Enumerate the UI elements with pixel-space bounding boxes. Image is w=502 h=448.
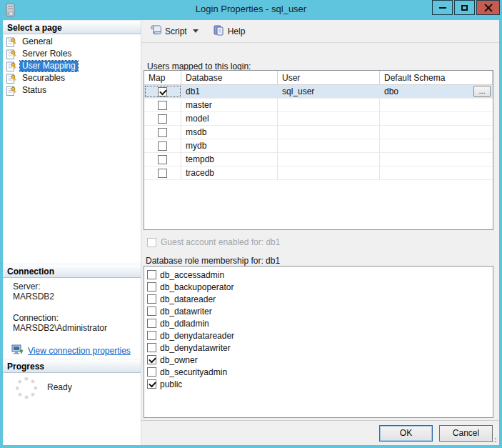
database-cell[interactable]: msdb	[181, 126, 278, 139]
role-item-db-datawriter[interactable]: db_datawriter	[144, 305, 493, 317]
role-label: db_datareader	[160, 294, 216, 304]
default-schema-cell[interactable]	[380, 126, 493, 139]
progress-spinner-icon	[16, 377, 37, 399]
user-cell[interactable]	[278, 99, 380, 111]
content-panel: Script Help Use	[141, 20, 499, 445]
sidebar-item-securables[interactable]: Securables	[3, 72, 141, 84]
role-checkbox[interactable]	[147, 355, 156, 364]
view-connection-properties-link[interactable]: View connection properties	[28, 346, 131, 356]
window-title: Login Properties - sql_user	[0, 0, 502, 20]
close-button[interactable]	[476, 0, 500, 15]
column-header-user[interactable]: User	[278, 71, 380, 84]
table-row-mydb[interactable]: mydb	[144, 139, 493, 153]
script-button[interactable]: Script	[146, 22, 202, 40]
ok-button[interactable]: OK	[379, 425, 433, 442]
table-row-model[interactable]: model	[144, 112, 493, 126]
role-checkbox[interactable]	[147, 379, 156, 389]
user-mapping-table: Map Database User Default Schema db1sql_…	[144, 70, 493, 230]
role-checkbox[interactable]	[147, 307, 156, 316]
role-item-db-backupoperator[interactable]: db_backupoperator	[144, 281, 493, 293]
role-item-db-denydatawriter[interactable]: db_denydatawriter	[144, 342, 493, 354]
map-cell	[144, 126, 181, 139]
role-item-db-denydatareader[interactable]: db_denydatareader	[144, 329, 493, 342]
help-button-label: Help	[228, 26, 246, 36]
sidebar-item-server-roles[interactable]: Server Roles	[3, 48, 141, 60]
progress-status: Ready	[47, 382, 72, 392]
database-cell[interactable]: model	[181, 112, 278, 125]
sidebar-item-status[interactable]: Status	[3, 84, 141, 96]
user-cell[interactable]	[278, 126, 380, 139]
table-row-tracedb[interactable]: tracedb	[144, 166, 493, 180]
table-row-db1[interactable]: db1sql_userdbo...	[144, 85, 493, 99]
map-cell	[144, 85, 181, 98]
sidebar-item-user-mapping[interactable]: User Mapping	[3, 60, 141, 72]
role-checkbox[interactable]	[147, 367, 156, 377]
script-dropdown-icon[interactable]	[193, 29, 199, 33]
sidebar-item-label: Securables	[20, 73, 67, 84]
role-item-db-accessadmin[interactable]: db_accessadmin	[144, 269, 493, 281]
page-key-icon	[6, 36, 17, 48]
column-header-map[interactable]: Map	[144, 71, 181, 84]
cancel-button[interactable]: Cancel	[439, 425, 493, 442]
role-label: db_accessadmin	[160, 270, 224, 280]
map-checkbox[interactable]	[158, 128, 167, 137]
map-cell	[144, 139, 181, 152]
role-checkbox[interactable]	[147, 319, 156, 328]
sidebar: Select a page GeneralServer RolesUser Ma…	[3, 20, 141, 445]
resize-grip[interactable]	[489, 435, 498, 444]
default-schema-cell[interactable]: dbo...	[380, 85, 493, 98]
role-checkbox[interactable]	[147, 294, 156, 304]
role-checkbox[interactable]	[147, 343, 156, 352]
help-button[interactable]: Help	[209, 22, 249, 41]
database-cell[interactable]: tempdb	[181, 153, 278, 166]
column-header-default-schema[interactable]: Default Schema	[380, 71, 493, 84]
role-membership-label: Database role membership for: db1	[146, 256, 280, 266]
server-value: MARSDB2	[13, 292, 138, 302]
role-checkbox[interactable]	[147, 282, 156, 292]
map-checkbox[interactable]	[158, 87, 167, 96]
table-row-msdb[interactable]: msdb	[144, 126, 493, 139]
sidebar-item-label: Status	[20, 85, 49, 96]
browse-schema-button[interactable]: ...	[473, 86, 491, 97]
database-cell[interactable]: master	[181, 99, 278, 111]
map-checkbox[interactable]	[158, 114, 167, 124]
default-schema-cell[interactable]	[380, 99, 493, 111]
default-schema-cell[interactable]	[380, 166, 493, 179]
progress-header: Progress	[3, 359, 141, 373]
map-checkbox[interactable]	[158, 155, 167, 164]
titlebar: Login Properties - sql_user	[0, 0, 502, 20]
default-schema-cell[interactable]	[380, 139, 493, 152]
table-row-tempdb[interactable]: tempdb	[144, 153, 493, 166]
role-checkbox[interactable]	[147, 331, 156, 340]
user-cell[interactable]	[278, 112, 380, 125]
minimize-button[interactable]	[432, 0, 453, 15]
page-key-icon	[6, 85, 17, 96]
default-schema-cell[interactable]	[380, 112, 493, 125]
role-item-db-securityadmin[interactable]: db_securityadmin	[144, 366, 493, 378]
database-cell[interactable]: tracedb	[181, 166, 278, 179]
map-cell	[144, 99, 181, 111]
user-cell[interactable]	[278, 153, 380, 166]
user-cell[interactable]	[278, 139, 380, 152]
role-item-db-ddladmin[interactable]: db_ddladmin	[144, 317, 493, 329]
footer: OK Cancel	[141, 420, 499, 445]
role-label: db_datawriter	[160, 307, 212, 317]
column-header-database[interactable]: Database	[181, 71, 278, 84]
user-cell[interactable]	[278, 166, 380, 179]
page-key-icon	[6, 73, 17, 84]
role-membership-list: db_accessadmindb_backupoperatordb_datare…	[144, 266, 493, 418]
maximize-button[interactable]	[454, 0, 475, 15]
map-checkbox[interactable]	[158, 169, 167, 178]
database-cell[interactable]: db1	[181, 85, 278, 98]
map-checkbox[interactable]	[158, 141, 167, 151]
role-item-public[interactable]: public	[144, 378, 493, 390]
sidebar-item-general[interactable]: General	[3, 36, 141, 48]
user-cell[interactable]: sql_user	[278, 85, 380, 98]
table-row-master[interactable]: master	[144, 99, 493, 112]
role-checkbox[interactable]	[147, 270, 156, 279]
role-item-db-owner[interactable]: db_owner	[144, 354, 493, 366]
default-schema-cell[interactable]	[380, 153, 493, 166]
map-checkbox[interactable]	[158, 101, 167, 110]
database-cell[interactable]: mydb	[181, 139, 278, 152]
role-item-db-datareader[interactable]: db_datareader	[144, 293, 493, 305]
